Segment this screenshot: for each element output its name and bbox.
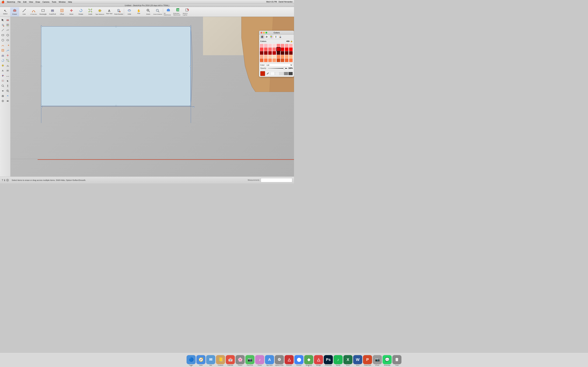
menu-help[interactable]: Help xyxy=(68,1,72,3)
tool-orbit[interactable]: Orbit xyxy=(125,7,134,17)
tool-push-pull[interactable]: Push/Pull xyxy=(48,7,57,17)
left-arc-tool[interactable] xyxy=(0,43,5,48)
left-freehand-tool[interactable] xyxy=(5,28,10,33)
color-swatch-37[interactable] xyxy=(281,58,284,62)
left-section-tool[interactable] xyxy=(0,78,5,83)
color-forward-icon[interactable]: ▶ xyxy=(288,40,290,42)
tool-eraser[interactable]: Eraser xyxy=(10,7,19,17)
color-opt-dkr[interactable] xyxy=(288,72,293,75)
color-swatch-39[interactable] xyxy=(289,58,293,62)
color-opt-lt[interactable] xyxy=(275,72,279,75)
color-swatch-26[interactable] xyxy=(268,55,272,58)
status-icon-info[interactable]: ℹ xyxy=(4,179,5,182)
tool-zoom[interactable]: Zoom xyxy=(144,7,153,17)
selected-face[interactable] xyxy=(41,26,191,106)
color-swatch-32[interactable] xyxy=(260,58,263,62)
color-swatch-31[interactable] xyxy=(289,55,293,58)
left-eyeopen-tool[interactable] xyxy=(5,99,10,103)
left-interact-tool[interactable] xyxy=(5,78,10,83)
left-polygon-tool[interactable] xyxy=(5,33,10,38)
menu-draw[interactable]: Draw xyxy=(35,1,40,3)
color-swatch-1[interactable] xyxy=(264,44,268,47)
tool-line[interactable]: Line xyxy=(20,7,29,17)
color-swatch-5[interactable] xyxy=(281,44,284,47)
color-image-tab[interactable] xyxy=(269,35,273,38)
menu-sketchup[interactable]: SketchUp xyxy=(7,1,15,3)
color-opt-m[interactable] xyxy=(279,72,284,75)
color-swatch-6[interactable] xyxy=(285,44,288,47)
color-swatch-2[interactable] xyxy=(268,44,272,47)
color-swatch-16[interactable] xyxy=(260,51,263,55)
menu-file[interactable]: File xyxy=(18,1,21,3)
left-ellipse-tool[interactable] xyxy=(5,38,10,43)
left-move-tool-side[interactable] xyxy=(5,53,10,58)
menu-window[interactable]: Window xyxy=(59,1,66,3)
color-swatch-29[interactable] xyxy=(281,55,284,58)
tool-select[interactable]: ↖ Select xyxy=(1,7,10,17)
tool-tape-measure[interactable]: Tape Measure xyxy=(95,7,104,17)
left-scene-tool[interactable] xyxy=(0,99,5,103)
left-walk-tool[interactable] xyxy=(5,83,10,88)
measurements-input[interactable] xyxy=(261,178,292,182)
color-swatch-0[interactable] xyxy=(260,44,263,47)
tool-rotate[interactable]: Rotate xyxy=(76,7,85,17)
left-axes-tool[interactable] xyxy=(0,73,5,78)
left-material-tool[interactable] xyxy=(5,23,10,27)
color-swatch-33[interactable] xyxy=(264,58,268,62)
tool-rectangle[interactable]: Rectangle xyxy=(38,7,48,17)
color-opt-white[interactable] xyxy=(270,72,275,75)
color-pencils-tab[interactable] xyxy=(274,35,278,38)
left-followme-tool[interactable] xyxy=(5,48,10,53)
color-swatch-8[interactable] xyxy=(260,48,263,51)
color-swatch-25[interactable] xyxy=(264,55,268,58)
color-sliders-tab[interactable] xyxy=(265,35,269,38)
left-circle-tool[interactable] xyxy=(0,38,5,43)
canvas-area[interactable] xyxy=(10,17,294,176)
color-swatch-12[interactable] xyxy=(277,48,280,51)
color-swatch-9[interactable] xyxy=(264,48,268,51)
color-swatch-17[interactable] xyxy=(264,51,268,55)
color-swatch-4[interactable] xyxy=(277,44,280,47)
color-swatch-30[interactable] xyxy=(285,55,288,58)
tool-2point-arc[interactable]: 2 Point Arc xyxy=(29,7,38,17)
color-swatch-18[interactable] xyxy=(268,51,272,55)
left-rect-tool[interactable] xyxy=(0,33,5,38)
eyedropper-tool[interactable] xyxy=(266,72,270,75)
color-swatch-21[interactable] xyxy=(281,51,284,55)
left-lookaround-tool[interactable] xyxy=(0,88,5,93)
status-icon-question[interactable]: ? xyxy=(2,179,3,182)
left-paint-tool[interactable] xyxy=(0,23,5,27)
left-zoomwind-tool[interactable] xyxy=(5,88,10,93)
current-color-swatch[interactable] xyxy=(260,71,265,76)
tool-pan[interactable]: ✋ Pan xyxy=(134,7,143,17)
tool-paint-bucket[interactable]: Paint Bucket xyxy=(114,7,123,17)
panel-close-button[interactable] xyxy=(260,32,262,33)
color-swatch-20[interactable] xyxy=(277,51,280,55)
tool-3d-warehouse[interactable]: 3D Warehouse xyxy=(164,7,173,17)
color-swatch-38[interactable] xyxy=(285,58,288,62)
color-swatch-36[interactable] xyxy=(277,58,280,62)
color-swatch-3[interactable] xyxy=(272,44,276,47)
tool-scale[interactable]: Scale xyxy=(86,7,95,17)
color-swatch-19[interactable] xyxy=(272,51,276,55)
color-swatch-14[interactable] xyxy=(285,48,288,51)
color-swatch-7[interactable] xyxy=(289,44,293,47)
left-protractor-tool[interactable] xyxy=(5,63,10,68)
color-swatch-11[interactable] xyxy=(272,48,276,51)
color-opt-dk[interactable] xyxy=(284,72,288,75)
left-3dtext-tool[interactable]: 3D xyxy=(5,68,10,73)
left-scale-tool[interactable] xyxy=(5,58,10,63)
menu-edit[interactable]: Edit xyxy=(23,1,26,3)
color-swatch-24[interactable] xyxy=(260,55,263,58)
color-back-icon[interactable]: ◀ xyxy=(286,40,287,42)
opacity-slider-thumb[interactable] xyxy=(283,67,285,69)
menu-view[interactable]: View xyxy=(29,1,33,3)
left-line-tool[interactable] xyxy=(0,28,5,33)
left-text-tool[interactable]: A xyxy=(0,68,5,73)
left-tape-tool[interactable] xyxy=(0,63,5,68)
color-swatch-34[interactable] xyxy=(268,58,272,62)
color-palette-tab[interactable] xyxy=(278,35,282,38)
color-swatch-22[interactable] xyxy=(285,51,288,55)
tool-send-to-layout[interactable]: Send to LayOut xyxy=(183,7,192,17)
color-swatch-28[interactable] xyxy=(277,55,280,58)
